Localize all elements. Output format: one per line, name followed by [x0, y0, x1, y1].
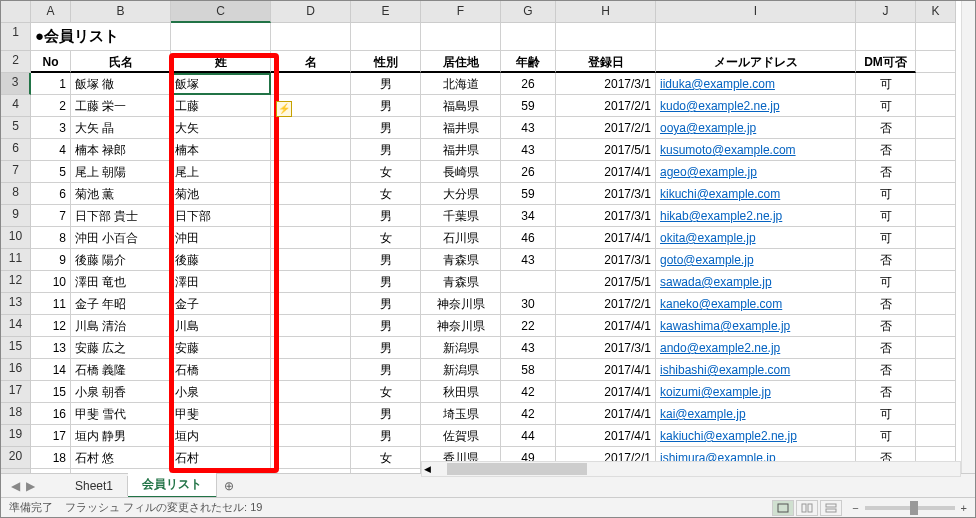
cell-date[interactable]: 2017/4/1 [556, 403, 656, 425]
empty-cell[interactable] [916, 425, 956, 447]
header-E[interactable]: 性別 [351, 51, 421, 73]
empty-cell[interactable] [916, 73, 956, 95]
cell-sex[interactable]: 男 [351, 249, 421, 271]
col-header-E[interactable]: E [351, 1, 421, 23]
empty-cell[interactable] [916, 139, 956, 161]
empty-cell[interactable] [351, 23, 421, 51]
cell-date[interactable]: 2017/4/1 [556, 161, 656, 183]
col-header-H[interactable]: H [556, 1, 656, 23]
cell-mail[interactable]: kawashima@example.jp [656, 315, 856, 337]
empty-cell[interactable] [916, 381, 956, 403]
cell-mei[interactable] [271, 161, 351, 183]
zoom-out-button[interactable]: − [852, 502, 858, 514]
cell-sex[interactable]: 男 [351, 359, 421, 381]
cell-date[interactable]: 2017/4/1 [556, 381, 656, 403]
cell-date[interactable]: 2017/5/1 [556, 139, 656, 161]
cell-age[interactable]: 30 [501, 293, 556, 315]
cell-mei[interactable] [271, 403, 351, 425]
zoom-in-button[interactable]: + [961, 502, 967, 514]
cell-name[interactable]: 川島 清治 [71, 315, 171, 337]
cell-pref[interactable]: 埼玉県 [421, 403, 501, 425]
cell-name[interactable]: 楠本 禄郎 [71, 139, 171, 161]
cell-date[interactable]: 2017/2/1 [556, 95, 656, 117]
cell-name[interactable]: 飯塚 徹 [71, 73, 171, 95]
cell-sei[interactable]: 石村 [171, 447, 271, 469]
cell-pref[interactable]: 千葉県 [421, 205, 501, 227]
empty-cell[interactable] [916, 205, 956, 227]
cell-no[interactable]: 5 [31, 161, 71, 183]
tab-members-list[interactable]: 会員リスト [128, 473, 217, 499]
cell-dm[interactable]: 可 [856, 95, 916, 117]
cell-age[interactable]: 43 [501, 249, 556, 271]
cell-sex[interactable]: 女 [351, 183, 421, 205]
cell-name[interactable]: 澤田 竜也 [71, 271, 171, 293]
cell-no[interactable]: 6 [31, 183, 71, 205]
cell-age[interactable]: 26 [501, 161, 556, 183]
zoom-slider-thumb[interactable] [910, 501, 918, 515]
empty-cell[interactable] [916, 403, 956, 425]
cell-sei[interactable]: 安藤 [171, 337, 271, 359]
row-header-1[interactable]: 1 [1, 23, 31, 51]
row-header-15[interactable]: 15 [1, 337, 31, 359]
cell-no[interactable]: 16 [31, 403, 71, 425]
header-B[interactable]: 氏名 [71, 51, 171, 73]
cell-no[interactable]: 17 [31, 425, 71, 447]
cell-name[interactable]: 後藤 陽介 [71, 249, 171, 271]
cell-sei[interactable]: 川島 [171, 315, 271, 337]
cell-age[interactable]: 34 [501, 205, 556, 227]
cell-sex[interactable]: 男 [351, 117, 421, 139]
cell-date[interactable]: 2017/4/1 [556, 227, 656, 249]
header-J[interactable]: DM可否 [856, 51, 916, 73]
cell-age[interactable]: 44 [501, 425, 556, 447]
cell-mei[interactable] [271, 381, 351, 403]
cell-sei[interactable]: 楠本 [171, 139, 271, 161]
cell-name[interactable]: 金子 年昭 [71, 293, 171, 315]
row-header-10[interactable]: 10 [1, 227, 31, 249]
cell-mei[interactable] [271, 359, 351, 381]
cell-dm[interactable]: 可 [856, 73, 916, 95]
cell-name[interactable]: 安藤 広之 [71, 337, 171, 359]
select-all-cell[interactable] [1, 1, 31, 23]
row-header-2[interactable]: 2 [1, 51, 31, 73]
cell-mei[interactable] [271, 183, 351, 205]
cell-date[interactable]: 2017/4/1 [556, 425, 656, 447]
cell-date[interactable]: 2017/3/1 [556, 337, 656, 359]
col-header-F[interactable]: F [421, 1, 501, 23]
empty-cell[interactable] [916, 51, 956, 73]
col-header-A[interactable]: A [31, 1, 71, 23]
cell-age[interactable]: 43 [501, 117, 556, 139]
cell-no[interactable]: 2 [31, 95, 71, 117]
cell-dm[interactable]: 否 [856, 293, 916, 315]
cell-name[interactable]: 石橋 義隆 [71, 359, 171, 381]
cell-mail[interactable]: kudo@example2.ne.jp [656, 95, 856, 117]
empty-cell[interactable] [501, 23, 556, 51]
empty-cell[interactable] [916, 117, 956, 139]
empty-cell[interactable] [916, 227, 956, 249]
cell-mail[interactable]: sawada@example.jp [656, 271, 856, 293]
cell-mail[interactable]: kai@example.jp [656, 403, 856, 425]
cell-no[interactable]: 12 [31, 315, 71, 337]
cell-mail[interactable]: kaneko@example.com [656, 293, 856, 315]
cell-pref[interactable]: 青森県 [421, 271, 501, 293]
cell-name[interactable]: 大矢 晶 [71, 117, 171, 139]
cell-sei[interactable]: 飯塚 [171, 73, 271, 95]
row-header-7[interactable]: 7 [1, 161, 31, 183]
cell-no[interactable]: 18 [31, 447, 71, 469]
cell-dm[interactable]: 否 [856, 161, 916, 183]
row-header-4[interactable]: 4 [1, 95, 31, 117]
empty-cell[interactable] [556, 23, 656, 51]
tab-sheet1[interactable]: Sheet1 [61, 476, 128, 496]
empty-cell[interactable] [916, 359, 956, 381]
cell-no[interactable]: 10 [31, 271, 71, 293]
cell-mei[interactable] [271, 117, 351, 139]
cell-sex[interactable]: 女 [351, 381, 421, 403]
header-H[interactable]: 登録日 [556, 51, 656, 73]
cell-name[interactable]: 日下部 貴士 [71, 205, 171, 227]
cell-dm[interactable]: 可 [856, 271, 916, 293]
cell-sei[interactable]: 沖田 [171, 227, 271, 249]
cell-name[interactable]: 沖田 小百合 [71, 227, 171, 249]
header-D[interactable]: 名 [271, 51, 351, 73]
cell-sei[interactable]: 大矢 [171, 117, 271, 139]
col-header-I[interactable]: I [656, 1, 856, 23]
cell-mei[interactable] [271, 315, 351, 337]
